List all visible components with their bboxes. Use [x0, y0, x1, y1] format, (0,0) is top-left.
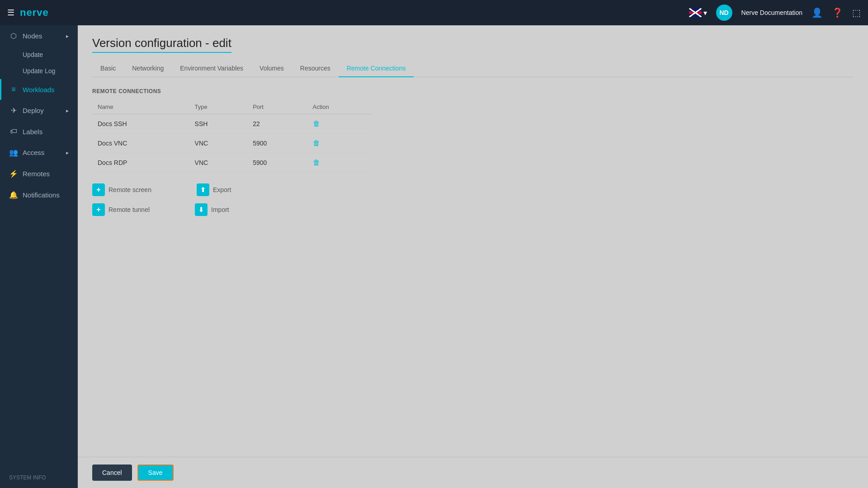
- row-type: VNC: [189, 153, 248, 173]
- import-icon: ⬇: [195, 203, 208, 216]
- save-button[interactable]: Save: [137, 465, 174, 481]
- col-type: Type: [189, 100, 248, 114]
- connections-table: Name Type Port Action Docs SSH SSH 22 🗑 …: [92, 100, 373, 173]
- access-icon: 👥: [9, 148, 18, 157]
- row-name: Docs SSH: [92, 114, 189, 134]
- plus-icon-tunnel: +: [92, 203, 105, 216]
- avatar[interactable]: ND: [716, 5, 732, 21]
- remote-screen-label: Remote screen: [108, 186, 151, 193]
- nodes-icon: ⬡: [9, 32, 18, 40]
- sidebar-label-workloads: Workloads: [23, 86, 55, 94]
- col-action: Action: [307, 100, 373, 114]
- language-selector[interactable]: ▾: [689, 8, 707, 17]
- table-row: Docs VNC VNC 5900 🗑: [92, 134, 373, 153]
- section-title: REMOTE CONNECTIONS: [92, 88, 854, 94]
- row-name: Docs RDP: [92, 153, 189, 173]
- sidebar-label-nodes: Nodes: [23, 32, 42, 40]
- col-name: Name: [92, 100, 189, 114]
- tab-remote-connections[interactable]: Remote Connections: [339, 60, 414, 77]
- sidebar-label-labels: Labels: [23, 128, 42, 136]
- sidebar-item-update-log[interactable]: Update Log: [0, 63, 78, 79]
- export-label: Export: [213, 186, 231, 193]
- row-port: 5900: [247, 134, 307, 153]
- sidebar-item-labels[interactable]: 🏷 Labels: [0, 121, 78, 142]
- row-name: Docs VNC: [92, 134, 189, 153]
- hamburger-icon[interactable]: ☰: [7, 8, 14, 18]
- cancel-button[interactable]: Cancel: [92, 465, 132, 481]
- tab-networking[interactable]: Networking: [124, 60, 172, 77]
- logout-icon[interactable]: ⬚: [852, 7, 861, 18]
- topbar-left: ☰ nerve: [7, 7, 49, 19]
- action-row: + Remote screen ⬆ Export + Remote tunnel…: [92, 183, 854, 216]
- access-chevron: ▸: [66, 150, 69, 156]
- import-button[interactable]: ⬇ Import: [195, 203, 229, 216]
- system-info[interactable]: SYSTEM INFO: [0, 467, 78, 488]
- tab-env-vars[interactable]: Environment Variables: [172, 60, 251, 77]
- row-port: 5900: [247, 153, 307, 173]
- plus-icon-screen: +: [92, 183, 105, 196]
- notifications-icon: 🔔: [9, 191, 18, 199]
- export-icon: ⬆: [197, 183, 209, 196]
- sidebar-item-update[interactable]: Update: [0, 47, 78, 63]
- sidebar-item-notifications[interactable]: 🔔 Notifications: [0, 184, 78, 206]
- tabs: Basic Networking Environment Variables V…: [92, 60, 854, 77]
- content-area: REMOTE CONNECTIONS Name Type Port Action…: [78, 77, 868, 457]
- export-button[interactable]: ⬆ Export: [197, 183, 231, 196]
- row-type: VNC: [189, 134, 248, 153]
- flag-chevron: ▾: [703, 9, 707, 17]
- remotes-icon: ⚡: [9, 169, 18, 178]
- deploy-icon: ✈: [9, 106, 18, 115]
- help-icon[interactable]: ❓: [832, 7, 843, 18]
- sidebar-label-access: Access: [23, 149, 44, 156]
- nerve-doc-link[interactable]: Nerve Documentation: [741, 9, 802, 16]
- nodes-chevron: ▸: [66, 33, 69, 39]
- layout: ⬡ Nodes ▸ Update Update Log ≡ Workloads …: [0, 25, 868, 488]
- deploy-chevron: ▸: [66, 108, 69, 114]
- topbar: ☰ nerve ▾ ND Nerve Documentation 👤 ❓ ⬚: [0, 0, 868, 25]
- tab-resources[interactable]: Resources: [292, 60, 339, 77]
- logo: nerve: [20, 7, 49, 19]
- table-row: Docs RDP VNC 5900 🗑: [92, 153, 373, 173]
- remote-tunnel-label: Remote tunnel: [108, 206, 150, 213]
- flag-icon: [689, 8, 702, 17]
- action-pair-2: + Remote tunnel ⬇ Import: [92, 203, 854, 216]
- row-type: SSH: [189, 114, 248, 134]
- delete-icon[interactable]: 🗑: [313, 120, 320, 127]
- page-header: Version configuration - edit: [78, 25, 868, 60]
- row-port: 22: [247, 114, 307, 134]
- sidebar-label-notifications: Notifications: [23, 191, 60, 199]
- remote-screen-button[interactable]: + Remote screen: [92, 183, 151, 196]
- user-icon[interactable]: 👤: [811, 7, 823, 18]
- sidebar-label-remotes: Remotes: [23, 170, 50, 178]
- sidebar-label-deploy: Deploy: [23, 107, 44, 114]
- import-label: Import: [211, 206, 229, 213]
- workloads-icon: ≡: [9, 85, 18, 94]
- delete-icon[interactable]: 🗑: [313, 159, 320, 166]
- delete-icon[interactable]: 🗑: [313, 139, 320, 147]
- sidebar-label-update: Update: [23, 51, 43, 58]
- col-port: Port: [247, 100, 307, 114]
- sidebar-item-remotes[interactable]: ⚡ Remotes: [0, 163, 78, 184]
- remote-tunnel-button[interactable]: + Remote tunnel: [92, 203, 150, 216]
- sidebar-item-nodes[interactable]: ⬡ Nodes ▸: [0, 25, 78, 47]
- sidebar-item-workloads[interactable]: ≡ Workloads: [0, 79, 78, 100]
- action-pair-1: + Remote screen ⬆ Export: [92, 183, 854, 196]
- labels-icon: 🏷: [9, 127, 18, 136]
- sidebar: ⬡ Nodes ▸ Update Update Log ≡ Workloads …: [0, 25, 78, 488]
- table-row: Docs SSH SSH 22 🗑: [92, 114, 373, 134]
- topbar-right: ▾ ND Nerve Documentation 👤 ❓ ⬚: [689, 5, 861, 21]
- sidebar-item-access[interactable]: 👥 Access ▸: [0, 142, 78, 163]
- tab-volumes[interactable]: Volumes: [251, 60, 292, 77]
- main-content: Version configuration - edit Basic Netwo…: [78, 25, 868, 488]
- bottom-bar: Cancel Save: [78, 457, 868, 488]
- page-title: Version configuration - edit: [92, 36, 231, 53]
- sidebar-label-update-log: Update Log: [23, 67, 55, 75]
- sidebar-item-deploy[interactable]: ✈ Deploy ▸: [0, 100, 78, 121]
- tab-basic[interactable]: Basic: [92, 60, 124, 77]
